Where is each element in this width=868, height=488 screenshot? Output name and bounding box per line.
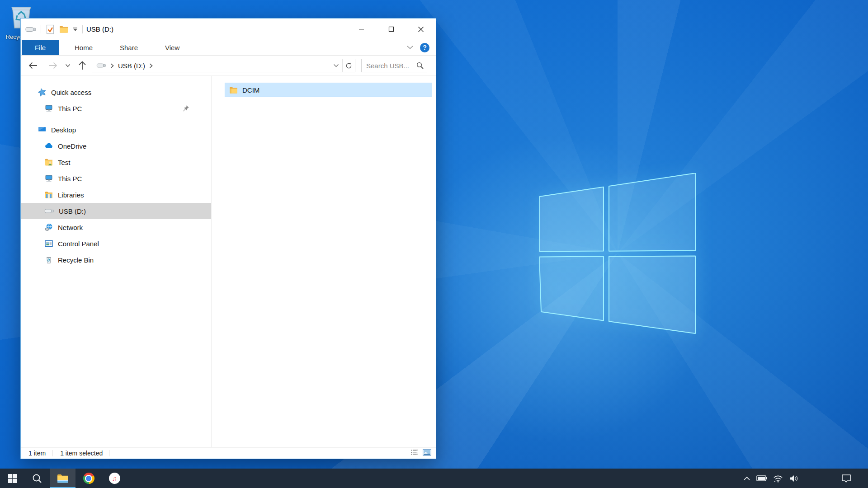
file-explorer-window: USB (D:) File Home Share View <box>20 18 436 459</box>
maximize-icon <box>388 26 394 32</box>
item-count: 1 item <box>21 450 52 457</box>
sidebar-item-onedrive[interactable]: OneDrive <box>21 138 211 154</box>
tab-home[interactable]: Home <box>64 40 103 55</box>
new-folder-icon[interactable] <box>59 25 68 33</box>
this-pc-icon <box>44 104 53 113</box>
tray-expand-button[interactable] <box>740 469 754 488</box>
usb-drive-icon <box>44 208 54 214</box>
sidebar-item-label: Network <box>58 224 83 231</box>
sidebar-item-control-panel[interactable]: Control Panel <box>21 235 211 252</box>
breadcrumb-segment[interactable]: USB (D:) <box>118 62 145 70</box>
sidebar-item-label: USB (D:) <box>59 207 86 215</box>
sidebar-item-this-pc[interactable]: This PC <box>21 170 211 187</box>
qat-dropdown-icon[interactable] <box>73 27 78 32</box>
file-list[interactable]: DCIM <box>212 76 436 447</box>
tab-file[interactable]: File <box>22 40 59 55</box>
chevron-up-icon <box>743 476 750 481</box>
itunes-icon: ♫ <box>109 473 120 484</box>
taskbar-file-explorer-button[interactable] <box>50 469 75 488</box>
sidebar-item-label: OneDrive <box>58 142 86 150</box>
network-icon <box>44 223 53 232</box>
control-panel-icon <box>44 239 53 248</box>
sidebar-item-label: Recycle Bin <box>58 256 94 264</box>
sidebar-item-desktop[interactable]: Desktop <box>21 122 211 138</box>
up-button-icon[interactable] <box>78 61 86 70</box>
onedrive-icon <box>44 141 53 150</box>
address-bar[interactable]: USB (D:) <box>92 59 355 72</box>
address-dropdown-chevron-icon[interactable] <box>330 59 342 72</box>
battery-icon[interactable] <box>755 469 769 488</box>
start-button[interactable] <box>0 469 25 488</box>
taskbar-search-button[interactable] <box>24 469 50 488</box>
windows-logo-icon <box>8 474 18 483</box>
user-folder-icon <box>44 158 53 167</box>
toolbar-separator <box>41 25 41 33</box>
large-icons-view-button[interactable] <box>423 449 431 456</box>
help-button[interactable]: ? <box>420 43 429 52</box>
action-center-icon[interactable] <box>839 469 854 488</box>
close-button[interactable] <box>406 19 436 40</box>
volume-icon[interactable] <box>787 469 802 488</box>
this-pc-icon <box>44 174 53 183</box>
wifi-icon[interactable] <box>771 469 785 488</box>
windows-wallpaper-logo <box>539 173 696 334</box>
back-button-icon[interactable] <box>28 61 38 70</box>
sidebar-item-label: Desktop <box>51 126 76 134</box>
sidebar-item-recycle-bin[interactable]: Recycle Bin <box>21 252 211 268</box>
ribbon-collapse-chevron-icon[interactable] <box>406 45 414 50</box>
taskbar: ♫ <box>0 469 868 488</box>
tab-share[interactable]: Share <box>109 40 148 55</box>
window-controls <box>346 19 436 40</box>
sidebar-item-usb-drive[interactable]: USB (D:) <box>21 203 211 219</box>
sidebar-item-libraries[interactable]: Libraries <box>21 187 211 203</box>
search-box[interactable] <box>361 59 427 72</box>
usb-drive-icon[interactable] <box>25 26 36 33</box>
sidebar-item-this-pc-pinned[interactable]: This PC <box>21 100 211 117</box>
properties-icon[interactable] <box>46 24 55 34</box>
breadcrumb-chevron-icon[interactable] <box>110 63 114 68</box>
taskbar-chrome-button[interactable] <box>76 469 101 488</box>
maximize-button[interactable] <box>376 19 406 40</box>
minimize-icon <box>359 26 364 32</box>
explorer-icon <box>57 474 69 483</box>
navigation-pane: Quick access This PC <box>21 76 212 447</box>
desktop-icon <box>38 125 47 134</box>
chrome-icon <box>83 473 94 484</box>
search-icon <box>32 473 42 484</box>
status-bar: 1 item 1 item selected <box>21 447 436 459</box>
sidebar-item-label: Quick access <box>51 89 91 96</box>
ribbon-tabs: File Home Share View ? <box>21 40 436 56</box>
recent-locations-chevron-icon[interactable] <box>65 64 71 68</box>
breadcrumb-chevron-icon[interactable] <box>149 63 153 68</box>
quick-access-toolbar <box>25 24 83 34</box>
status-divider <box>109 450 109 456</box>
details-view-button[interactable] <box>411 449 419 456</box>
star-icon <box>38 88 47 97</box>
sidebar-item-label: This PC <box>58 105 82 113</box>
libraries-icon <box>44 190 53 199</box>
usb-drive-icon[interactable] <box>96 62 106 69</box>
search-input[interactable] <box>365 61 418 70</box>
window-title: USB (D:) <box>86 25 113 33</box>
title-bar[interactable]: USB (D:) <box>21 19 436 40</box>
forward-button-icon[interactable] <box>48 61 58 70</box>
taskbar-itunes-button[interactable]: ♫ <box>102 469 127 488</box>
sidebar-item-label: Libraries <box>58 191 84 199</box>
close-icon <box>418 26 424 33</box>
minimize-button[interactable] <box>346 19 376 40</box>
sidebar-item-label: Control Panel <box>58 240 99 248</box>
sidebar-item-label: This PC <box>58 175 82 183</box>
search-icon[interactable] <box>416 61 424 70</box>
toolbar-separator <box>82 25 83 33</box>
sidebar-item-test[interactable]: Test <box>21 154 211 170</box>
refresh-icon[interactable] <box>342 59 355 72</box>
recycle-bin-icon <box>44 255 53 264</box>
selection-count: 1 item selected <box>52 450 109 457</box>
breadcrumb: USB (D:) <box>92 62 153 70</box>
file-name: DCIM <box>242 86 259 94</box>
navigation-bar: USB (D:) <box>21 56 436 76</box>
file-item-dcim[interactable]: DCIM <box>225 83 432 97</box>
sidebar-item-network[interactable]: Network <box>21 219 211 235</box>
tab-view[interactable]: View <box>155 40 190 55</box>
sidebar-item-quick-access[interactable]: Quick access <box>21 84 211 100</box>
